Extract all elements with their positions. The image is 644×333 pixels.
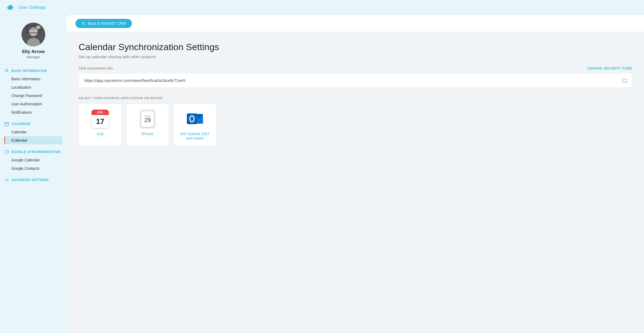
main-content: Calendar Synchronization Settings Set up… bbox=[67, 32, 644, 156]
calendar-icon bbox=[4, 122, 9, 126]
page-subtitle: Set up calendar sharing with other syste… bbox=[79, 54, 632, 59]
top-bar: User Settings bbox=[0, 0, 644, 15]
iphone-day-num: 29 bbox=[144, 117, 151, 123]
device-card-iphone[interactable]: Friday 29 iPhone bbox=[126, 103, 169, 146]
device-card-outlook[interactable]: MS Outlook 2007 and newer bbox=[173, 103, 216, 146]
svg-point-14 bbox=[6, 179, 8, 181]
change-security-code-link[interactable]: CHANGE SECURITY CODE bbox=[587, 67, 632, 70]
svg-rect-15 bbox=[624, 79, 627, 82]
app-title: User Settings bbox=[18, 5, 46, 10]
sidebar-item-change-password[interactable]: Change Password bbox=[4, 92, 62, 100]
sidebar-item-notifications[interactable]: Notifications bbox=[4, 108, 62, 116]
back-bar: Back to RAYNET CRM bbox=[67, 15, 644, 32]
avatar bbox=[22, 23, 45, 46]
device-cards-container: JUL 17 iCal Friday 29 bbox=[79, 103, 632, 146]
svg-point-21 bbox=[190, 116, 194, 121]
ical-month: JUL bbox=[92, 110, 109, 115]
main-content-area: Back to RAYNET CRM Calendar Synchronizat… bbox=[67, 15, 644, 333]
sidebar-section-google: GOOGLE SYNCHRONIZATION Google Calendar G… bbox=[0, 146, 67, 174]
sidebar-item-localization[interactable]: Localization bbox=[4, 83, 62, 91]
devices-section-label: SELECT YOUR FAVORITE APPLICATION OR DEVI… bbox=[79, 96, 632, 100]
sidebar-section-advanced-header: ADVANCED SETTINGS bbox=[4, 178, 62, 182]
sidebar-item-icalendar[interactable]: iCalendar bbox=[4, 136, 62, 144]
ical-name: iCal bbox=[97, 132, 103, 136]
url-section-label: CRM CALENDAR URL CHANGE SECURITY CODE bbox=[79, 67, 632, 70]
sidebar-section-advanced: ADVANCED SETTINGS bbox=[0, 174, 67, 185]
sidebar-item-google-contacts[interactable]: Google Contacts bbox=[4, 164, 62, 172]
arrow-left-icon bbox=[81, 21, 86, 26]
sidebar-user-profile: Elly Arrow Manager bbox=[0, 15, 67, 65]
iphone-name: iPhone bbox=[142, 132, 153, 136]
svg-point-8 bbox=[6, 69, 8, 71]
page-title: Calendar Synchronization Settings bbox=[79, 42, 632, 52]
sidebar-section-basic-header: BASIC INFORMATION bbox=[4, 68, 62, 73]
layout: Elly Arrow Manager BASIC INFORMATION Bas… bbox=[0, 15, 644, 333]
iphone-icon: Friday 29 bbox=[138, 109, 157, 129]
copy-url-button[interactable] bbox=[622, 77, 628, 84]
outlook-icon bbox=[185, 109, 205, 129]
sidebar-section-calendar-header: CALENDAR bbox=[4, 122, 62, 126]
gear-icon bbox=[4, 178, 9, 182]
sidebar: Elly Arrow Manager BASIC INFORMATION Bas… bbox=[0, 15, 67, 333]
sidebar-section-calendar: CALENDAR Calendar iCalendar bbox=[0, 118, 67, 146]
device-card-ical[interactable]: JUL 17 iCal bbox=[79, 103, 122, 146]
outlook-name: MS Outlook 2007 and newer bbox=[178, 132, 212, 140]
sidebar-user-role: Manager bbox=[26, 55, 40, 59]
back-to-crm-button[interactable]: Back to RAYNET CRM bbox=[75, 19, 132, 28]
calendar-url-box: https://app.raynetcrm.com/news/feed/ical… bbox=[79, 73, 632, 88]
sidebar-username: Elly Arrow bbox=[22, 49, 44, 54]
sidebar-section-basic: BASIC INFORMATION Basic Information Loca… bbox=[0, 65, 67, 118]
sidebar-item-google-calendar[interactable]: Google Calendar bbox=[4, 156, 62, 164]
outlook-svg-icon bbox=[186, 110, 204, 127]
svg-rect-9 bbox=[5, 122, 9, 126]
raynet-logo-icon bbox=[5, 3, 15, 12]
sidebar-item-calendar[interactable]: Calendar bbox=[4, 128, 62, 136]
sidebar-section-google-header: GOOGLE SYNCHRONIZATION bbox=[4, 150, 62, 154]
sync-icon bbox=[4, 150, 9, 154]
sidebar-item-user-authorization[interactable]: User Authorization bbox=[4, 100, 62, 108]
sidebar-item-basic-information[interactable]: Basic Information bbox=[4, 75, 62, 83]
ical-icon: JUL 17 bbox=[90, 109, 110, 129]
person-icon bbox=[4, 68, 9, 73]
calendar-url-value: https://app.raynetcrm.com/news/feed/ical… bbox=[84, 78, 185, 83]
svg-point-1 bbox=[8, 6, 9, 7]
ical-day: 17 bbox=[92, 115, 109, 128]
copy-icon bbox=[622, 77, 628, 83]
svg-rect-7 bbox=[26, 29, 40, 29]
